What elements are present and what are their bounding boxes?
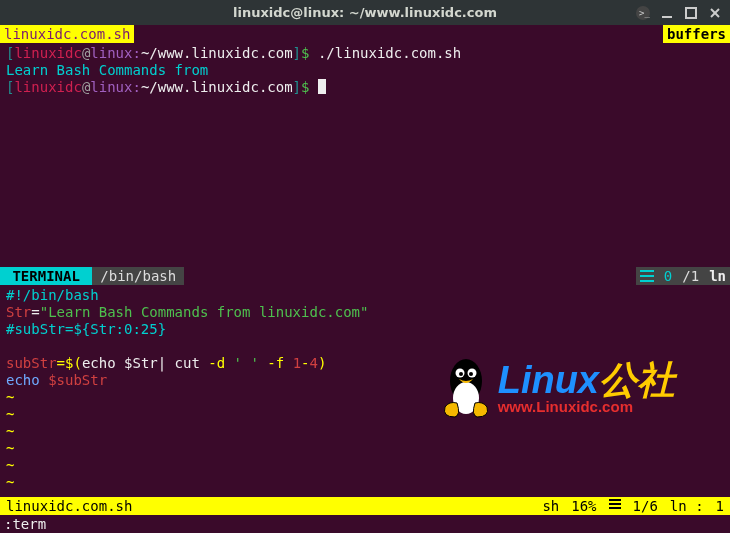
svg-point-10 <box>453 382 479 414</box>
num: 1 <box>293 355 301 371</box>
svg-rect-8 <box>640 280 654 282</box>
buffers-label[interactable]: buffers <box>663 25 730 43</box>
subst-close: ) <box>318 355 326 371</box>
svg-point-11 <box>455 369 464 378</box>
statusline: linuxidc.com.sh sh 16% 1/6 ln : 1 <box>0 497 730 515</box>
var-ref: $subStr <box>48 372 107 388</box>
comment-line: #subStr=${Str:0:25} <box>6 321 166 337</box>
status-filetype: sh <box>542 498 559 514</box>
var: subStr <box>6 355 57 371</box>
ln-label: ln <box>709 268 726 284</box>
status-file: linuxidc.com.sh <box>6 498 132 514</box>
window-title: linuxidc@linux: ~/www.linuxidc.com <box>233 5 497 20</box>
tilde: ~ <box>6 440 14 456</box>
prompt-user: linuxidc <box>14 79 81 95</box>
editor-line: #!/bin/bash <box>6 287 99 303</box>
vim-app: linuxidc.com.sh buffers [linuxidc@linux:… <box>0 25 730 533</box>
close-button[interactable] <box>708 6 722 20</box>
tab-terminal[interactable]: TERMINAL <box>0 267 92 285</box>
svg-rect-17 <box>609 507 621 509</box>
svg-point-14 <box>469 372 473 376</box>
svg-text:>_: >_ <box>639 8 650 18</box>
titlebar: linuxidc@linux: ~/www.linuxidc.com >_ <box>0 0 730 25</box>
logo-text-cn: 公社 <box>599 359 675 401</box>
buffer-bar: linuxidc.com.sh buffers <box>0 25 730 43</box>
hamburger-icon <box>640 270 654 282</box>
watermark-logo: Linux公社 www.Linuxidc.com <box>439 355 675 420</box>
var-ref: $Str <box>124 355 158 371</box>
prompt-path: ~/www.linuxidc.com <box>141 45 293 61</box>
status-col: 1 <box>716 498 724 514</box>
svg-rect-2 <box>662 16 672 18</box>
logo-subtext: www.Linuxidc.com <box>498 399 675 414</box>
terminal-command: ./linuxidc.com.sh <box>318 45 461 61</box>
maximize-button[interactable] <box>684 6 698 20</box>
terminal-pane[interactable]: [linuxidc@linux:~/www.linuxidc.com]$ ./l… <box>0 43 730 267</box>
prompt-sign: $ <box>301 45 309 61</box>
svg-point-13 <box>459 372 463 376</box>
command-text: :term <box>4 516 46 532</box>
tab-path: /bin/bash <box>92 267 184 285</box>
tabline-right: 0 /1 ln <box>636 267 730 285</box>
string-literal: "Learn Bash Commands from linuxidc.com" <box>40 304 369 320</box>
tilde: ~ <box>6 457 14 473</box>
terminal-app-icon[interactable]: >_ <box>636 6 650 20</box>
tab-total: /1 <box>682 268 699 284</box>
status-percent: 16% <box>571 498 596 514</box>
editor-pane[interactable]: #!/bin/bash Str="Learn Bash Commands fro… <box>0 285 730 485</box>
svg-rect-7 <box>640 275 654 277</box>
svg-point-9 <box>450 359 482 403</box>
command-line[interactable]: :term <box>0 515 730 533</box>
num: 4 <box>310 355 318 371</box>
tabline: TERMINAL /bin/bash 0 /1 ln <box>0 267 730 285</box>
status-ratio: 1/6 <box>633 498 658 514</box>
hamburger-icon <box>609 498 621 510</box>
minimize-button[interactable] <box>660 6 674 20</box>
tilde: ~ <box>6 423 14 439</box>
var: Str <box>6 304 31 320</box>
tilde: ~ <box>6 474 14 490</box>
tab-label: TERMINAL <box>12 268 79 284</box>
dash: - <box>301 355 309 371</box>
prompt-path: ~/www.linuxidc.com <box>141 79 293 95</box>
tab-pos: 0 <box>664 268 672 284</box>
prompt-host: linux: <box>90 45 141 61</box>
prompt-host: linux: <box>90 79 141 95</box>
svg-point-12 <box>467 369 476 378</box>
prompt-sign: $ <box>301 79 309 95</box>
eq: = <box>31 304 39 320</box>
svg-rect-3 <box>686 8 696 18</box>
window-controls: >_ <box>636 6 722 20</box>
buffer-tab-active[interactable]: linuxidc.com.sh <box>0 25 134 43</box>
svg-rect-15 <box>609 499 621 501</box>
svg-rect-6 <box>640 270 654 272</box>
svg-rect-16 <box>609 503 621 505</box>
cmd: echo <box>6 372 48 388</box>
cmd: echo <box>82 355 124 371</box>
status-ln-label: ln : <box>670 498 704 514</box>
cursor <box>318 79 326 94</box>
pipe: | cut <box>158 355 209 371</box>
tilde: ~ <box>6 406 14 422</box>
flag: -f <box>259 355 293 371</box>
subst-open: =$( <box>57 355 82 371</box>
logo-text-l: Linux <box>498 359 599 401</box>
prompt-user: linuxidc <box>14 45 81 61</box>
flag: -d <box>208 355 225 371</box>
quote: ' ' <box>225 355 259 371</box>
tux-icon <box>439 355 494 420</box>
tilde: ~ <box>6 389 14 405</box>
terminal-output: Learn Bash Commands from <box>6 62 208 78</box>
